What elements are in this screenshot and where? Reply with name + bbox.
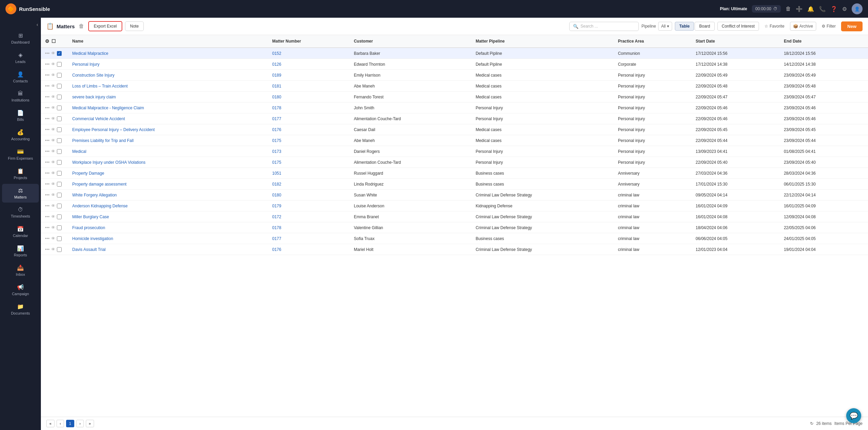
row-eye-icon[interactable]: 👁	[51, 94, 56, 99]
sidebar-item-campaign[interactable]: 📢 Campaign	[2, 281, 39, 299]
help-icon[interactable]: ❓	[831, 6, 837, 12]
row-name[interactable]: Medical Malpractice - Negligence Claim	[68, 102, 268, 113]
sidebar-item-documents[interactable]: 📁 Documents	[2, 300, 39, 319]
search-input[interactable]	[580, 24, 635, 29]
row-name[interactable]: Miller Burglary Case	[68, 211, 268, 222]
row-eye-icon[interactable]: 👁	[51, 203, 56, 208]
row-checkbox[interactable]	[57, 236, 62, 241]
row-name[interactable]: Employee Personal Injury – Delivery Acci…	[68, 124, 268, 135]
row-checkbox[interactable]	[57, 247, 62, 252]
row-more-icon[interactable]: •••	[45, 94, 50, 99]
row-eye-icon[interactable]: 👁	[51, 62, 56, 67]
row-more-icon[interactable]: •••	[45, 181, 50, 187]
row-more-icon[interactable]: •••	[45, 192, 50, 197]
sidebar-item-accounting[interactable]: 💰 Accounting	[2, 126, 39, 144]
row-name[interactable]: Construction Site Injury	[68, 70, 268, 81]
settings-col-icon[interactable]: ⚙	[45, 38, 49, 44]
row-eye-icon[interactable]: 👁	[51, 214, 56, 219]
row-more-icon[interactable]: •••	[45, 73, 50, 78]
row-checkbox[interactable]	[57, 62, 62, 67]
view-table-button[interactable]: Table	[675, 22, 694, 31]
row-more-icon[interactable]: •••	[45, 236, 50, 241]
row-eye-icon[interactable]: 👁	[51, 192, 56, 197]
select-all-icon[interactable]: ☐	[51, 38, 56, 44]
row-checkbox[interactable]	[57, 95, 62, 99]
archive-button[interactable]: 📦 Archive	[790, 22, 816, 31]
sidebar-item-inbox[interactable]: 📥 Inbox	[2, 261, 39, 280]
page-prev-btn[interactable]: ‹	[57, 420, 64, 427]
sidebar-item-matters[interactable]: ⚖ Matters	[2, 184, 39, 203]
settings-icon[interactable]: ⚙	[842, 6, 847, 12]
chat-bubble[interactable]: 💬	[846, 408, 861, 423]
row-more-icon[interactable]: •••	[45, 116, 50, 121]
conflict-of-interest-button[interactable]: Conflict of Interest	[717, 22, 759, 31]
row-name[interactable]: Property damage assessment	[68, 179, 268, 190]
row-more-icon[interactable]: •••	[45, 171, 50, 176]
sidebar-item-firm-expenses[interactable]: 💳 Firm Expenses	[2, 145, 39, 164]
row-more-icon[interactable]: •••	[45, 83, 50, 89]
sidebar-item-institutions[interactable]: 🏛 Institutions	[2, 87, 39, 106]
row-name[interactable]: Medical	[68, 146, 268, 157]
row-more-icon[interactable]: •••	[45, 149, 50, 154]
sidebar-item-bills[interactable]: 📄 Bills	[2, 106, 39, 125]
row-eye-icon[interactable]: 👁	[51, 51, 56, 56]
row-name[interactable]: Property Damage	[68, 168, 268, 179]
page-last-btn[interactable]: »	[86, 420, 94, 427]
page-next-btn[interactable]: ›	[76, 420, 84, 427]
note-button[interactable]: Note	[125, 21, 144, 31]
row-checkbox[interactable]	[57, 127, 62, 132]
row-more-icon[interactable]: •••	[45, 138, 50, 143]
row-eye-icon[interactable]: 👁	[51, 149, 56, 154]
row-checkbox[interactable]	[57, 106, 62, 110]
row-more-icon[interactable]: •••	[45, 203, 50, 208]
row-eye-icon[interactable]: 👁	[51, 171, 56, 176]
trash-icon[interactable]: 🗑	[786, 6, 791, 12]
new-button[interactable]: New	[841, 21, 863, 31]
favorite-button[interactable]: ☆ Favorite	[762, 22, 787, 30]
row-name[interactable]: Homicide investigation	[68, 233, 268, 244]
row-eye-icon[interactable]: 👁	[51, 138, 56, 143]
row-eye-icon[interactable]: 👁	[51, 236, 56, 241]
row-name[interactable]: Commercial Vehicle Accident	[68, 113, 268, 124]
phone-icon[interactable]: 📞	[819, 6, 826, 12]
export-excel-button[interactable]: Export Excel	[88, 21, 122, 31]
row-checkbox[interactable]	[57, 171, 62, 176]
row-eye-icon[interactable]: 👁	[51, 73, 56, 78]
row-checkbox[interactable]	[57, 214, 62, 219]
row-eye-icon[interactable]: 👁	[51, 83, 56, 89]
app-logo[interactable]: 🔶 RunSensible	[5, 3, 50, 14]
row-checkbox[interactable]	[57, 182, 62, 187]
row-checkbox[interactable]	[57, 73, 62, 78]
sidebar-item-leads[interactable]: ◈ Leads	[2, 48, 39, 67]
row-name[interactable]: Workplace Injury under OSHA Violations	[68, 157, 268, 168]
row-checkbox[interactable]	[57, 149, 62, 154]
timer-display[interactable]: 00:00:00 ⏱	[752, 5, 781, 13]
sidebar-item-reports[interactable]: 📊 Reports	[2, 242, 39, 260]
refresh-icon[interactable]: ↻	[810, 421, 813, 426]
add-icon[interactable]: ➕	[796, 6, 803, 12]
sidebar-collapse-btn[interactable]: ‹	[0, 20, 41, 29]
row-checkbox[interactable]	[57, 225, 62, 230]
row-more-icon[interactable]: •••	[45, 105, 50, 110]
row-more-icon[interactable]: •••	[45, 62, 50, 67]
row-eye-icon[interactable]: 👁	[51, 116, 56, 121]
row-checkbox[interactable]	[57, 193, 62, 197]
row-name[interactable]: Anderson Kidnapping Defense	[68, 201, 268, 211]
row-name[interactable]: Davis Assault Trial	[68, 244, 268, 255]
row-name[interactable]: White Forgery Allegation	[68, 190, 268, 201]
sidebar-item-dashboard[interactable]: ⊞ Dashboard	[2, 29, 39, 48]
row-more-icon[interactable]: •••	[45, 247, 50, 252]
row-name[interactable]: Loss of Limbs – Train Accident	[68, 81, 268, 92]
row-checkbox[interactable]	[57, 138, 62, 143]
sidebar-item-timesheets[interactable]: ⏱ Timesheets	[2, 203, 39, 222]
row-checkbox[interactable]	[57, 116, 62, 121]
sidebar-item-projects[interactable]: 📋 Projects	[2, 164, 39, 183]
row-more-icon[interactable]: •••	[45, 214, 50, 219]
row-more-icon[interactable]: •••	[45, 51, 50, 56]
pipeline-select[interactable]: All ▾	[658, 22, 672, 31]
row-eye-icon[interactable]: 👁	[51, 181, 56, 187]
row-eye-icon[interactable]: 👁	[51, 225, 56, 230]
row-checkbox[interactable]	[57, 84, 62, 89]
row-more-icon[interactable]: •••	[45, 160, 50, 165]
avatar[interactable]: 👤	[852, 3, 863, 14]
